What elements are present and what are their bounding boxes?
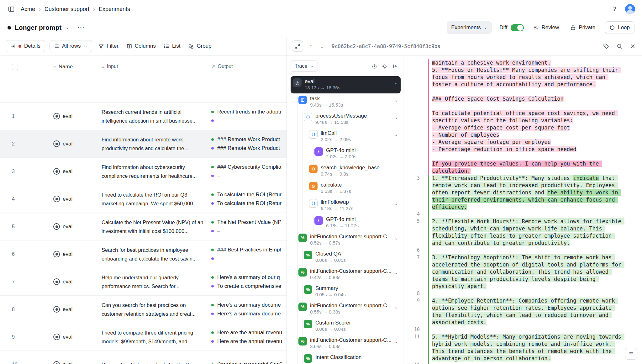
breadcrumb-item-acme[interactable]: Acme — [21, 6, 35, 13]
tree-guide-line — [298, 319, 304, 335]
previous-row-button[interactable]: ↑ — [308, 41, 314, 51]
column-header-input[interactable]: ≡Input — [102, 64, 211, 69]
next-row-button[interactable]: ↓ — [319, 41, 326, 51]
score-dot-green — [211, 276, 214, 279]
trace-node-custom-scorer[interactable]: %Custom Scorer0.06s → 0.04s — [291, 318, 401, 335]
table-row[interactable]: 5evalCalculate the Net Present Value (NP… — [0, 213, 287, 240]
row-name: eval — [53, 278, 102, 285]
chevron-down-icon[interactable]: ⌄ — [394, 235, 398, 240]
diff-line-number: 4 — [403, 211, 428, 218]
crosshair-icon[interactable] — [381, 62, 389, 71]
timer-icon[interactable] — [370, 62, 379, 71]
expand-panel-button[interactable] — [292, 40, 303, 52]
more-menu-button[interactable]: ⋯ — [77, 24, 85, 32]
breadcrumb-item-customer-support[interactable]: Customer support — [45, 6, 89, 13]
trace-node-search-knowledge-base[interactable]: ⚙search_knowledge_base0.74s → 0.8s — [291, 162, 401, 180]
chevron-down-icon[interactable]: ⌄ — [394, 115, 398, 120]
list-view-button[interactable]: List — [162, 40, 182, 52]
output-text: Here are the annual revenu — [217, 338, 282, 345]
chevron-down-icon[interactable]: ⌄ — [65, 25, 69, 29]
details-button[interactable]: Details — [6, 40, 45, 52]
close-panel-icon[interactable] — [629, 42, 637, 50]
scorer-icon: % — [298, 234, 307, 242]
tree-guide-line — [298, 182, 304, 197]
trace-node-calculate[interactable]: ⚙calculate0.53s → 1.37s — [291, 180, 401, 197]
scorer-icon: % — [304, 354, 312, 363]
breadcrumb-item-experiments[interactable]: Experiments — [99, 6, 130, 13]
chevron-down-icon[interactable]: ⌄ — [394, 339, 398, 344]
trace-node-llmcall[interactable]: ()llmCall2.02s → 2.09s⌄ — [291, 128, 401, 145]
score-dot-green — [211, 193, 214, 196]
llm-icon: ✶ — [314, 216, 323, 225]
diff-toggle[interactable] — [511, 24, 524, 31]
chevron-down-icon[interactable]: ⌄ — [394, 304, 398, 309]
avatar[interactable] — [625, 4, 635, 14]
review-button[interactable]: Review — [531, 21, 561, 34]
row-name: eval — [53, 251, 102, 257]
diff-line-text: 1. **Increased Productivity**: Many stud… — [428, 175, 642, 211]
table-row[interactable]: 8evalCan you search for best practices o… — [0, 296, 287, 323]
search-icon[interactable] — [615, 42, 624, 51]
collapse-all-icon[interactable] — [391, 62, 399, 71]
trace-view-dropdown[interactable]: Trace⌄ — [291, 61, 318, 72]
output-text: Here's a summary docume — [217, 311, 281, 317]
table-row[interactable]: 3evalFind information about cybersecurit… — [0, 158, 287, 185]
table-row[interactable]: 2evalFind information about remote work … — [0, 130, 287, 158]
diff-line-text — [428, 88, 642, 95]
output-text: – — [217, 118, 220, 124]
chevron-down-icon[interactable]: ⌄ — [394, 80, 398, 85]
trace-node-initfunction-customer-support-c[interactable]: %initFunction-Customer support-C...0.42s… — [291, 266, 401, 283]
chevron-down-icon[interactable]: ⌄ — [394, 98, 398, 103]
column-header-output[interactable]: ↗Output — [211, 64, 287, 69]
table-row[interactable]: 4evalI need to calculate the ROI on our … — [0, 185, 287, 213]
trace-node-label: eval — [305, 78, 340, 85]
columns-button[interactable]: Columns — [125, 40, 158, 52]
all-rows-dropdown[interactable]: All rows⌄ — [50, 40, 92, 52]
table-row[interactable]: 6evalSearch for best practices in employ… — [0, 240, 287, 268]
select-all-checkbox[interactable] — [12, 64, 18, 70]
diff-line: 12 — [403, 362, 642, 364]
output-line: Creating a successful SaaS — [211, 360, 287, 364]
table-row[interactable]: 9evalI need to compare three different p… — [0, 323, 287, 351]
trace-node-task[interactable]: ⊞task9.49s → 15.53s⌄ — [291, 93, 401, 111]
tag-icon[interactable] — [602, 42, 611, 51]
private-button[interactable]: Private — [568, 21, 597, 34]
arrow-to-line-icon — [10, 44, 16, 49]
row-name: eval — [53, 223, 102, 230]
table-row[interactable]: 10evalResearch industry standards for Sa… — [0, 351, 287, 364]
sidebar-toggle-icon[interactable] — [7, 5, 16, 13]
column-header-name[interactable]: ≡Name — [53, 64, 102, 70]
tree-guide-line — [298, 251, 304, 266]
score-dot-green — [211, 249, 214, 251]
diff-line: 115. **Hybrid Models**: Many organizatio… — [403, 333, 642, 362]
trace-node-gpt-4o-mini[interactable]: ✶GPT-4o mini6.18s → 11.27s — [291, 214, 401, 231]
trace-node-initfunction-customer-support-c[interactable]: %initFunction-Customer support-C...3.64s… — [291, 335, 401, 352]
filter-button[interactable]: Filter — [97, 40, 120, 52]
row-number: 3 — [0, 169, 53, 174]
experiments-view-dropdown[interactable]: Experiments⌄ — [447, 21, 492, 34]
trace-node-durations: 0.06s → 0.05s — [315, 257, 346, 263]
trace-node-intent-classification[interactable]: %Intent Classification — [291, 352, 401, 364]
trace-node-llmfollowup[interactable]: ()llmFollowup6.18s → 11.27s⌄ — [291, 197, 401, 214]
log-format-button[interactable] — [625, 348, 637, 360]
row-input: Research current trends in artificial in… — [102, 108, 211, 125]
group-button[interactable]: Group — [187, 40, 213, 52]
chevron-down-icon[interactable]: ⌄ — [394, 132, 398, 137]
output-text: To calculate the ROI (Retur — [217, 200, 282, 207]
tree-guide-line — [298, 354, 304, 364]
trace-node-gpt-4o-mini[interactable]: ✶GPT-4o mini2.02s → 2.09s — [291, 145, 401, 162]
trace-node-closed-qa[interactable]: %Closed QA0.06s → 0.05s — [291, 249, 401, 266]
group-icon — [188, 44, 194, 49]
table-row[interactable]: 7evalHelp me understand our quarterly pe… — [0, 268, 287, 296]
chevron-down-icon[interactable]: ⌄ — [394, 201, 398, 206]
help-icon[interactable]: ? — [610, 4, 619, 14]
chevron-down-icon[interactable]: ⌄ — [394, 270, 398, 275]
trace-node-initfunction-customer-support-c[interactable]: %initFunction-Customer support-C...0.52s… — [291, 231, 401, 249]
loop-button[interactable]: Loop — [605, 21, 634, 34]
trace-node-eval[interactable]: ◎eval13.13s → 16.36s⌄ — [291, 76, 401, 93]
trace-node-initfunction-customer-support-c[interactable]: %initFunction-Customer support-C...0.55s… — [291, 300, 401, 318]
table-row[interactable]: 1evalResearch current trends in artifici… — [0, 103, 287, 130]
trace-node-processusermessage[interactable]: ()processUserMessage9.48s → 15.53s⌄ — [291, 111, 401, 128]
tree-guide-line — [309, 216, 314, 231]
trace-node-summary[interactable]: %Summary0.05s → 0.04s — [291, 283, 401, 300]
